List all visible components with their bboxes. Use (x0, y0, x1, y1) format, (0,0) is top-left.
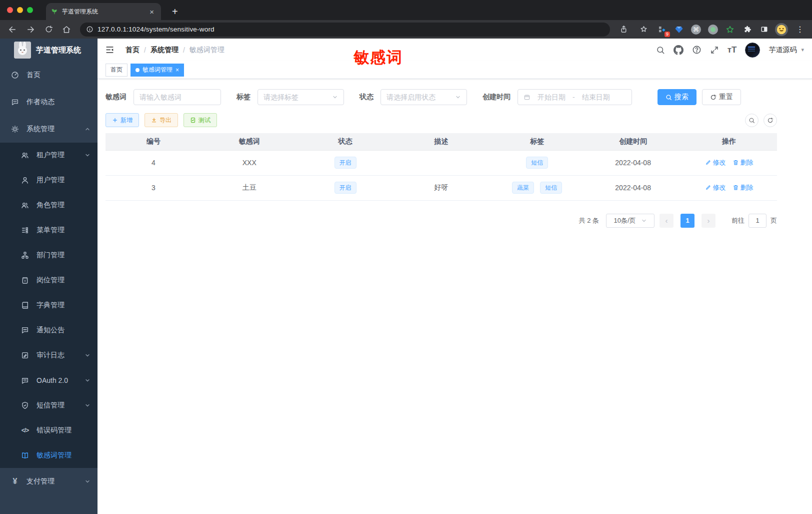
search-icon[interactable] (656, 46, 665, 55)
share-icon[interactable] (616, 23, 631, 37)
browser-menu-icon[interactable]: ⋮ (793, 25, 807, 34)
col-word: 敏感词 (202, 133, 298, 150)
sidebar-item-menu[interactable]: 菜单管理 (0, 218, 98, 243)
back-icon[interactable] (5, 23, 20, 37)
goto-page-input[interactable] (748, 214, 766, 228)
page-number-current[interactable]: 1 (680, 214, 694, 228)
tenant-users-icon (21, 151, 29, 159)
system-submenu: 租户管理 用户管理 角色管理 菜单管理 (0, 143, 98, 468)
calendar-icon (524, 94, 530, 101)
notice-comment-icon (21, 326, 29, 334)
browser-tabstrip: 芋道管理系统 × + (0, 0, 812, 20)
sidebar-logo[interactable]: 芋道管理系统 (0, 39, 98, 62)
test-button[interactable]: 测试 (184, 113, 217, 127)
forward-icon[interactable] (23, 23, 38, 37)
user-avatar[interactable] (745, 43, 760, 58)
end-date-input[interactable] (578, 93, 614, 101)
chevron-down-icon (84, 377, 90, 383)
page-size-select[interactable]: 10条/页 (606, 214, 654, 228)
table-toolbar: 新增 导出 测试 (106, 113, 777, 127)
new-tab-button[interactable]: + (169, 3, 181, 20)
reload-icon[interactable] (41, 23, 56, 37)
edit-link[interactable]: 修改 (705, 158, 726, 167)
sidebar-item-post[interactable]: 岗位管理 (0, 268, 98, 293)
breadcrumb-home[interactable]: 首页 (126, 46, 140, 55)
reset-button[interactable]: 重置 (702, 89, 741, 105)
breadcrumb-system[interactable]: 系统管理 (150, 46, 178, 55)
date-range-picker[interactable]: - (518, 89, 632, 105)
add-button[interactable]: 新增 (106, 113, 139, 127)
minimize-window-button[interactable] (17, 7, 23, 13)
sidebar-item-tenant[interactable]: 租户管理 (0, 143, 98, 168)
extension-grid-icon[interactable]: 9 (656, 24, 668, 36)
extension-badge: 9 (664, 32, 670, 37)
profile-avatar[interactable] (775, 23, 788, 36)
cell-description (394, 150, 490, 175)
start-date-input[interactable] (534, 93, 570, 101)
sidebar-item-dict[interactable]: 字典管理 (0, 293, 98, 318)
word-input[interactable] (140, 93, 215, 101)
extension-gem-icon[interactable] (673, 24, 685, 36)
bookmark-star-icon[interactable] (636, 23, 651, 37)
tag-home[interactable]: 首页 (106, 64, 128, 77)
zoom-window-button[interactable] (27, 7, 33, 13)
sidebar-item-oauth[interactable]: OAuth 2.0 (0, 368, 98, 393)
sidebar-item-audit[interactable]: 审计日志 (0, 343, 98, 368)
annotation-text: 敏感词 (354, 47, 403, 68)
filter-tag: 标签 (236, 89, 344, 105)
sidebar-item-notice[interactable]: 通知公告 (0, 318, 98, 343)
status-select[interactable] (380, 89, 467, 105)
caret-down-icon[interactable]: ▾ (801, 47, 804, 53)
refresh-button[interactable] (764, 114, 777, 127)
sidebar-item-dept[interactable]: 部门管理 (0, 243, 98, 268)
sidebar-item-user[interactable]: 用户管理 (0, 168, 98, 193)
close-window-button[interactable] (7, 7, 13, 13)
sidebar: 芋道管理系统 首页 作者动态 系统管理 (0, 39, 98, 514)
sidebar-item-sensitive-word[interactable]: 敏感词管理 (0, 443, 98, 468)
sidebar-item-author[interactable]: 作者动态 (0, 89, 98, 116)
help-icon[interactable] (692, 45, 702, 55)
sidebar-item-errorcode[interactable]: </> 错误码管理 (0, 418, 98, 443)
next-page-button[interactable]: › (702, 214, 716, 228)
total-count: 共 2 条 (579, 216, 599, 225)
search-button[interactable]: 搜索 (658, 89, 696, 105)
word-input-wrap (134, 89, 221, 105)
browser-tab[interactable]: 芋道管理系统 × (46, 3, 161, 20)
export-button[interactable]: 导出 (144, 113, 178, 127)
sidebar-item-role[interactable]: 角色管理 (0, 193, 98, 218)
delete-link[interactable]: 删除 (732, 158, 754, 167)
filter-form: 敏感词 标签 状态 (106, 89, 777, 105)
delete-link[interactable]: 删除 (732, 183, 754, 192)
site-info-icon[interactable] (86, 26, 94, 33)
extension-star-icon[interactable] (724, 24, 736, 36)
sidebar-item-system[interactable]: 系统管理 (0, 116, 98, 143)
tag-select[interactable] (258, 89, 344, 105)
extension-command-icon[interactable]: ⌘ (690, 24, 702, 36)
font-size-icon[interactable]: тT (728, 45, 737, 55)
home-icon[interactable] (59, 23, 74, 37)
prev-page-button[interactable]: ‹ (660, 214, 674, 228)
collapse-sidebar-icon[interactable] (105, 45, 114, 55)
username[interactable]: 芋道源码 (768, 46, 796, 55)
tag-sensitive-word[interactable]: 敏感词管理 × (130, 64, 184, 77)
chevron-down-icon (641, 218, 647, 224)
sidebar-item-pay[interactable]: ¥ 支付管理 (0, 468, 98, 495)
extension-record-icon[interactable] (707, 24, 719, 36)
dict-book-icon (21, 301, 29, 309)
status-select-input[interactable] (386, 93, 453, 101)
edit-link[interactable]: 修改 (705, 183, 726, 192)
side-panel-icon[interactable] (758, 24, 770, 36)
col-id: 编号 (106, 133, 202, 150)
tab-close-icon[interactable]: × (148, 8, 156, 16)
github-icon[interactable] (674, 45, 684, 55)
url-bar[interactable]: 127.0.0.1:1024/system/sensitive-word (80, 23, 610, 37)
tag-select-input[interactable] (264, 93, 330, 101)
chevron-down-icon (84, 152, 90, 158)
tag-close-icon[interactable]: × (176, 67, 179, 74)
toggle-search-button[interactable] (745, 114, 758, 127)
sidebar-item-home[interactable]: 首页 (0, 62, 98, 89)
extensions-puzzle-icon[interactable] (741, 24, 753, 36)
sidebar-item-sms[interactable]: 短信管理 (0, 393, 98, 418)
chevron-down-icon (84, 478, 90, 484)
fullscreen-icon[interactable] (710, 46, 719, 55)
